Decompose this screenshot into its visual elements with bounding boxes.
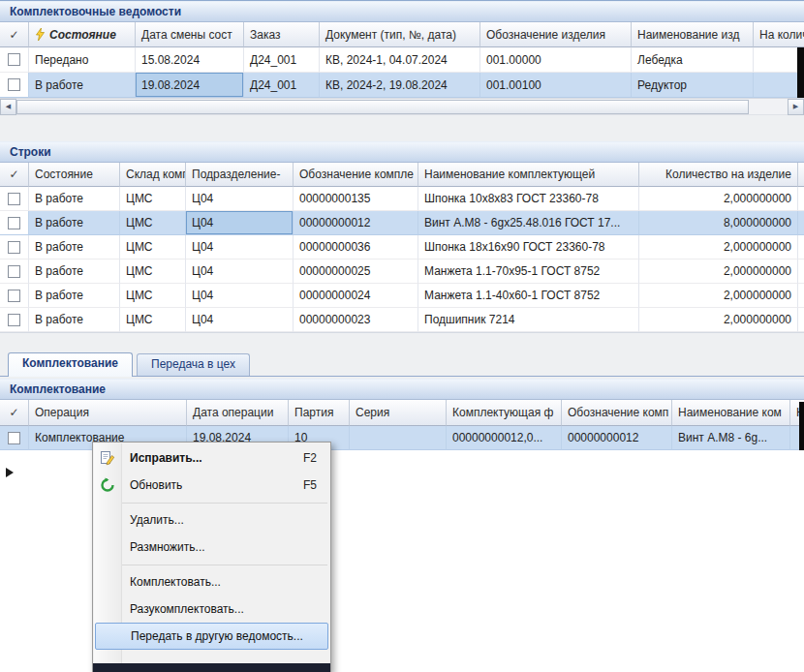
column-header[interactable]: Состояние [29,163,120,187]
row-checkbox[interactable] [8,241,20,254]
cell[interactable]: 2,000000000 [639,187,798,211]
column-header[interactable]: Наименование изд [632,22,754,47]
cell[interactable]: ЦМС [120,308,186,332]
row-checkbox-cell[interactable] [0,73,29,98]
cell[interactable]: ЦМС [120,211,186,235]
table-row[interactable]: В работеЦМСЦ0400000000036Шпонка 18x16x90… [0,235,804,260]
cell[interactable]: Манжета 1.1-70x95-1 ГОСТ 8752 [418,260,639,284]
cell[interactable] [350,426,447,450]
menu-item[interactable]: Размножить... [93,534,330,561]
horizontal-scrollbar[interactable]: ◀ ▶ [0,99,804,115]
menu-item[interactable]: ОбновитьF5 [93,472,330,499]
column-header[interactable]: Документ (тип, №, дата) [320,22,480,47]
cell[interactable]: Подшипник 7214 [418,308,639,332]
row-checkbox[interactable] [8,265,20,278]
cell[interactable]: 00000000012,0... [447,426,562,450]
cell[interactable]: Ц04 [186,187,294,211]
row-checkbox-cell[interactable] [0,308,29,332]
menu-item[interactable]: Передать в другую ведомость... [95,623,328,650]
cell[interactable]: 2,000000000 [639,235,798,260]
column-header[interactable]: На колич [754,22,804,47]
row-checkbox[interactable] [8,314,20,326]
column-header[interactable]: Обозначение комп [562,400,672,426]
cell[interactable]: Ц04 [186,260,294,284]
cell[interactable]: Манжета 1.1-40x60-1 ГОСТ 8752 [418,284,639,308]
row-checkbox-cell[interactable] [0,426,29,450]
menu-item[interactable]: Удалить... [93,506,330,534]
table-row[interactable]: В работеЦМСЦ0400000000135Шпонка 10x8x83 … [0,187,804,211]
column-header[interactable]: Наименование ком [672,400,790,426]
cell[interactable]: 2,000000000 [639,308,798,332]
cell[interactable]: 001.00100 [480,73,632,98]
cell[interactable]: Д24_001 [244,47,320,73]
tab-peredacha-v-ceh[interactable]: Передача в цех [137,353,250,376]
cell[interactable]: Шпонка 10x8x83 ГОСТ 23360-78 [418,187,639,211]
row-checkbox-cell[interactable] [0,260,29,284]
cell[interactable]: Ц04 [186,308,294,332]
cell[interactable]: 00000000012 [562,426,672,450]
cell[interactable] [798,235,804,260]
cell[interactable]: В работе [29,284,120,308]
table-row[interactable]: Передано15.08.2024Д24_001КВ, 2024-1, 04.… [0,47,804,73]
row-checkbox[interactable] [8,432,20,444]
cell[interactable]: 001.00000 [480,47,632,73]
cell[interactable]: Передано [29,47,136,73]
cell[interactable] [798,284,804,308]
column-header[interactable]: Количество на изделие [639,163,798,187]
row-checkbox[interactable] [8,217,20,229]
cell[interactable]: В работе [29,260,120,284]
cell[interactable]: Д24_001 [244,73,320,98]
scrollbar-thumb[interactable] [16,100,749,114]
cell[interactable] [798,260,804,284]
cell[interactable]: В работе [29,187,120,211]
row-checkbox[interactable] [8,290,20,302]
cell[interactable]: 19.08.2024 [136,73,244,98]
scroll-right-button[interactable]: ▶ [788,99,804,115]
cell[interactable]: В работе [29,308,120,332]
cell[interactable]: Ц04 [186,211,294,235]
cell[interactable]: 00000000135 [294,187,418,211]
cell[interactable]: Редуктор [632,73,754,98]
column-header[interactable]: Серия [350,400,447,426]
cell[interactable]: Ц04 [186,284,294,308]
cell[interactable] [798,308,804,332]
cell[interactable]: КВ, 2024-1, 04.07.2024 [320,47,480,73]
menu-item[interactable]: Исправить...F2 [93,444,330,472]
row-checkbox-cell[interactable] [0,211,29,235]
cell[interactable]: Шпонка 18x16x90 ГОСТ 23360-78 [418,235,639,260]
table-row[interactable]: В работеЦМСЦ0400000000024Манжета 1.1-40x… [0,284,804,308]
cell[interactable]: 15.08.2024 [136,47,244,73]
cell[interactable] [798,211,804,235]
column-header[interactable]: Подразделение- [186,163,294,187]
cell[interactable]: 00000000012 [294,211,418,235]
row-checkbox-cell[interactable] [0,47,29,73]
row-checkbox[interactable] [8,53,20,66]
cell[interactable]: 2,000000000 [639,260,798,284]
row-checkbox-cell[interactable] [0,187,29,211]
column-header[interactable]: Дата операции [187,400,289,426]
column-header[interactable]: Состояние [29,22,136,47]
cell[interactable]: ЦМС [120,260,186,284]
cell[interactable]: Ц04 [186,235,294,260]
cell[interactable]: Винт А.М8 - 6gx25.48.016 ГОСТ 17... [418,211,639,235]
cell[interactable]: В работе [29,235,120,260]
column-header[interactable] [798,163,804,187]
select-all-header[interactable]: ✓ [0,163,29,187]
table-row[interactable]: В работеЦМСЦ0400000000012Винт А.М8 - 6gx… [0,211,804,235]
cell[interactable]: Винт А.М8 - 6g... [672,426,790,450]
column-header[interactable]: Обозначение изделия [480,22,632,47]
column-header[interactable]: Операция [29,400,187,426]
column-header[interactable]: Партия [289,400,350,426]
tab-komplektovanie[interactable]: Комплектование [8,352,133,377]
row-checkbox[interactable] [8,193,20,205]
scrollbar-track[interactable] [16,99,788,115]
menu-item[interactable]: Разукомплектовать... [93,596,330,623]
table-row[interactable]: В работеЦМСЦ0400000000023Подшипник 72142… [0,308,804,332]
cell[interactable] [798,187,804,211]
column-header[interactable]: Склад комп [120,163,186,187]
row-checkbox-cell[interactable] [0,235,29,260]
cell[interactable]: КВ, 2024-2, 19.08.2024 [320,73,480,98]
cell[interactable]: 00000000023 [294,308,418,332]
cell[interactable]: 00000000024 [294,284,418,308]
cell[interactable]: В работе [29,73,136,98]
